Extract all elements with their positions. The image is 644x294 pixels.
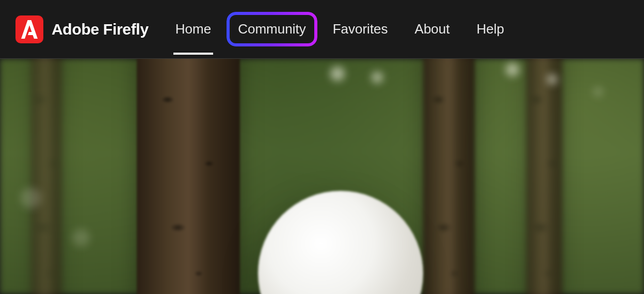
nav-favorites[interactable]: Favorites — [331, 17, 390, 41]
brand-logo-wrap[interactable]: Adobe Firefly — [15, 15, 149, 43]
nav-community-label: Community — [238, 21, 305, 37]
adobe-a-icon — [21, 20, 38, 39]
nav-home[interactable]: Home — [173, 17, 213, 41]
nav-help-label: Help — [477, 21, 504, 37]
hero-background — [0, 59, 644, 294]
nav-community[interactable]: Community — [236, 17, 308, 41]
nav-help[interactable]: Help — [475, 17, 506, 41]
top-nav-header: Adobe Firefly Home Community Favorites A… — [0, 0, 644, 59]
adobe-logo-icon — [15, 15, 43, 43]
brand-title: Adobe Firefly — [52, 21, 149, 38]
hero-image-area — [0, 59, 644, 294]
nav-home-label: Home — [175, 21, 211, 37]
nav-about-label: About — [415, 21, 450, 37]
nav-about[interactable]: About — [413, 17, 452, 41]
nav-favorites-label: Favorites — [333, 21, 388, 37]
primary-nav: Home Community Favorites About Help — [173, 17, 506, 41]
